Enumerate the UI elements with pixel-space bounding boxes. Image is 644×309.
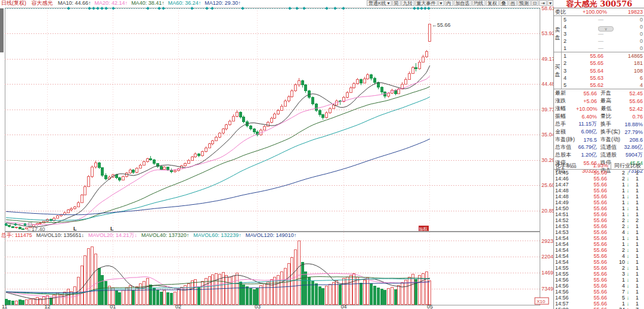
order-volume: 14865 [603,53,644,59]
sell-side-label: 卖盘 [554,16,562,52]
stat-value: 1.20亿 [576,151,597,159]
stat-label: 金额 [554,128,576,136]
stat-value: 52.42 [623,106,644,112]
stat-label: 最高 [597,97,622,105]
tick-count: 1 [631,176,644,182]
svg-text:12: 12 [44,304,50,309]
stat-value: 18.88% [622,121,644,127]
tick-price: 55.66 [574,295,607,301]
order-level: 3 [562,31,569,37]
buy-order-book: 买盘 155.6614865255.65181355.64108455.6365… [554,52,644,89]
tick-row: 14:5455.661↓1 [554,241,644,247]
stat-value: 208.6 [622,137,644,143]
tick-price: 55.66 [574,170,607,176]
tick-down-arrow-icon: ↓ [625,193,631,199]
order-price: — [569,31,603,37]
last-price-callout: ←55.66 [432,22,451,28]
tick-row: 14:5655.667↓1 [554,289,644,295]
order-volume: 0 [603,38,644,44]
stat-value: 0.76 [622,114,644,120]
order-volume: 108 [603,68,644,74]
tick-lots: 3 [607,271,625,277]
tick-time: 14:54 [554,253,574,259]
stats-row: 总股本1.20亿流通股5904万 [554,151,644,159]
signal-up-arrow-icon: ↑ [9,223,11,228]
chart-area[interactable]: 58.6153.9249.1744.4839.7335.0430.2925.60… [0,0,556,309]
tick-lots: 2 [607,217,625,223]
buy-side-label: 买盘 [554,52,562,89]
tick-lots: 4 [607,283,625,289]
tick-down-arrow-icon: ↓ [625,229,631,235]
order-price: 55.65 [569,60,603,66]
svg-text:04: 04 [340,304,346,309]
tick-price: 55.66 [574,241,607,247]
tick-lots: 1 [607,182,625,188]
sell-side-char: 卖 [555,26,561,34]
tick-row: 14:5455.662↓1 [554,247,644,253]
tick-down-arrow-icon: ↓ [625,188,631,193]
tick-lots: 10 [607,259,625,265]
tick-time: 14:54 [554,241,574,247]
tick-time: 14:49 [554,199,574,205]
svg-text:除权: 除权 [419,227,428,232]
tick-row: 14:5655.665↓1 [554,295,644,301]
tick-down-arrow-icon: ↓ [625,217,631,223]
tick-time: 14:52 [554,217,574,223]
tick-time: 14:55 [554,265,574,271]
tick-time: 14:50 [554,205,574,211]
tick-down-arrow-icon: ↓ [625,170,631,176]
tick-list[interactable]: 14:4555.662↓114:4655.662↓114:4755.661↓11… [554,170,644,309]
tick-lots: 1 [607,277,625,283]
tick-down-arrow-icon: ↓ [625,176,631,182]
tick-down-arrow-icon: ↓ [625,235,631,241]
order-level: 2 [562,60,569,66]
stat-label: 量比 [597,113,622,120]
stat-label: 流通值 [597,143,622,151]
ma10-line [6,65,430,227]
order-volume: 6 [603,75,644,81]
order-price: — [569,45,603,51]
tick-lots: 4 [607,253,625,259]
tick-count: 1 [631,265,644,271]
stat-value: 27.79% [622,129,644,135]
buy-order-row: 455.636 [562,74,644,82]
order-price: 55.64 [569,68,603,74]
tick-row: 14:5455.6610↓1 [554,259,644,265]
tick-down-arrow-icon: ↓ [625,223,631,229]
candles [5,24,431,230]
stat-value: 55.66 [622,98,644,104]
tick-time: 14:45 [554,170,574,176]
tick-count: 1 [631,301,644,307]
event-l-mark: L [110,226,114,232]
collapse-chevron-button[interactable]: ∨ [598,26,614,32]
stat-value: 55.66 [576,90,597,96]
sell-order-row: 2—0 [562,38,644,45]
order-level: 3 [562,68,569,74]
svg-text:01: 01 [110,304,116,309]
tick-time: 14:48 [554,193,574,199]
tick-time: 14:54 [554,247,574,253]
sell-order-row: 1—0 [562,45,644,52]
mavol-label: MAVOL120: 149010↑ [246,232,296,238]
industry-name[interactable]: 化学制品 [554,162,590,170]
tick-lots: 2 [607,170,625,176]
tick-row: 14:5555.662↓1 [554,265,644,271]
stat-label: 振幅 [554,113,576,120]
low-price-callout: ←17.40 [26,226,45,232]
tick-count: 1 [631,235,644,241]
tick-time: 14:53 [554,229,574,235]
order-level: 1 [562,45,569,51]
tick-price: 55.66 [574,301,607,307]
stats-row: 涨跌+5.06最高55.66 [554,97,644,105]
ma-lines [6,65,430,227]
tick-price: 55.66 [574,176,607,182]
quote-panel: 委比 +100.00% 19823 卖盘 5—04—03—02—01—0 ∨ 买… [553,8,644,309]
volume-axis-labels: 2923822048146997349X10 [535,238,556,304]
stat-label: 总股本 [554,151,576,159]
tick-count: 1 [631,193,644,199]
tick-row: 14:5355.662↓1 [554,223,644,229]
stat-value: 11.15万 [576,120,597,128]
order-level: 2 [562,38,569,44]
tick-row: 14:5655.661↓1 [554,277,644,283]
industry-compare-link[interactable]: 同行业比较 [611,162,644,169]
